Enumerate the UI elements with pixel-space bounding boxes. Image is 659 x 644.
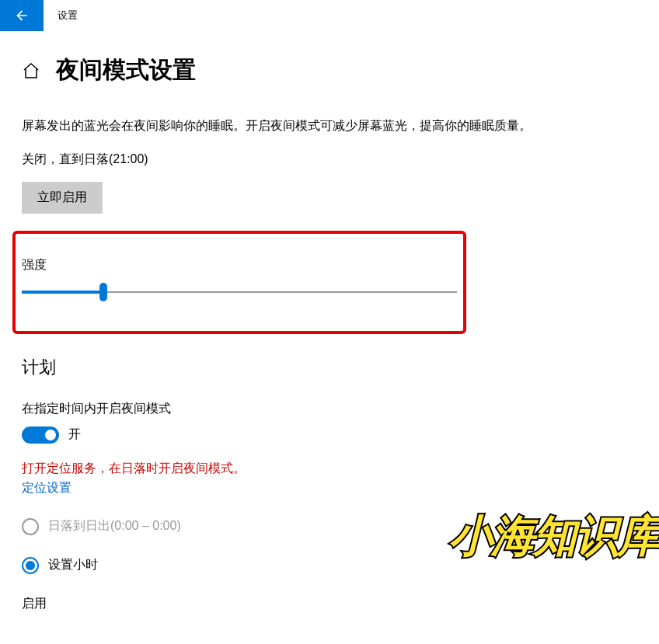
back-button[interactable] bbox=[0, 0, 44, 31]
page-title: 夜间模式设置 bbox=[56, 54, 196, 86]
back-arrow-icon bbox=[14, 8, 30, 23]
enable-sub-label: 启用 bbox=[22, 596, 637, 612]
schedule-toggle-row: 开 bbox=[22, 426, 637, 444]
slider-thumb[interactable] bbox=[99, 283, 107, 301]
location-warning-text: 打开定位服务，在日落时开启夜间模式。 bbox=[22, 461, 637, 477]
strength-slider[interactable] bbox=[22, 284, 457, 300]
radio-option-hours[interactable]: 设置小时 bbox=[22, 557, 637, 574]
titlebar-label: 设置 bbox=[58, 9, 78, 23]
radio-hours[interactable] bbox=[22, 557, 39, 574]
schedule-toggle[interactable] bbox=[22, 426, 59, 444]
status-text: 关闭，直到日落(21:00) bbox=[22, 151, 637, 168]
location-settings-link[interactable]: 定位设置 bbox=[22, 480, 71, 496]
toggle-state-label: 开 bbox=[68, 426, 81, 443]
home-icon[interactable] bbox=[22, 61, 40, 80]
radio-sunset bbox=[22, 518, 39, 535]
titlebar: 设置 bbox=[0, 0, 659, 31]
schedule-enable-label: 在指定时间内开启夜间模式 bbox=[22, 401, 637, 417]
schedule-section-title: 计划 bbox=[22, 356, 637, 379]
content-area: 夜间模式设置 屏幕发出的蓝光会在夜间影响你的睡眠。开启夜间模式可减少屏幕蓝光，提… bbox=[0, 31, 659, 612]
radio-option-sunset: 日落到日出(0:00 – 0:00) bbox=[22, 518, 637, 535]
toggle-knob bbox=[45, 430, 56, 440]
slider-fill bbox=[22, 291, 103, 294]
description-text: 屏幕发出的蓝光会在夜间影响你的睡眠。开启夜间模式可减少屏幕蓝光，提高你的睡眠质量… bbox=[22, 116, 637, 136]
strength-label: 强度 bbox=[22, 257, 457, 273]
enable-now-button[interactable]: 立即启用 bbox=[22, 182, 103, 214]
page-header: 夜间模式设置 bbox=[22, 54, 637, 86]
radio-hours-label: 设置小时 bbox=[48, 557, 98, 573]
radio-sunset-label: 日落到日出(0:00 – 0:00) bbox=[48, 518, 181, 534]
strength-highlight-box: 强度 bbox=[12, 231, 466, 334]
